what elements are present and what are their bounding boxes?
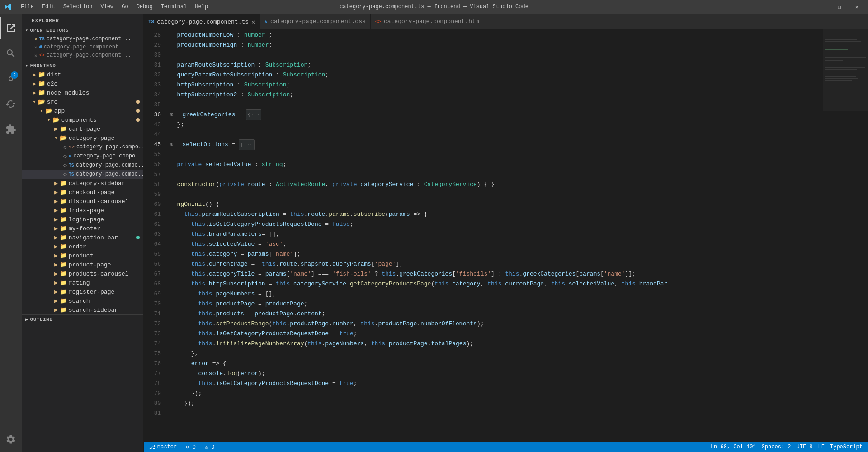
cat-sidebar-chevron: ▶ (54, 180, 58, 187)
folder-cat-sidebar-label: category-sidebar (69, 180, 125, 187)
menu-go[interactable]: Go (118, 3, 132, 11)
status-errors[interactable]: ⊗ 0 (184, 444, 198, 451)
open-editors-chevron: ▾ (25, 28, 28, 33)
sidebar: EXPLORER ▾ OPEN EDITORS ✕ TS category-pa… (22, 14, 144, 452)
encoding-label: UTF-8 (797, 444, 813, 450)
status-language[interactable]: TypeScript (828, 444, 864, 450)
activity-extensions[interactable] (0, 119, 22, 140)
folder-rating[interactable]: ▶ 📁 rating (22, 278, 143, 287)
frontend-header[interactable]: ▾ FRONTEND (22, 61, 143, 70)
folder-cart-page[interactable]: ▶ 📁 cart-page (22, 124, 143, 133)
status-warnings[interactable]: ⚠ 0 (203, 444, 217, 451)
folder-login-label: login-page (69, 216, 104, 223)
open-editor-html[interactable]: ✕ <> category-page.component... (22, 51, 143, 59)
maximize-button[interactable]: ❐ (833, 3, 846, 11)
activity-source-control[interactable]: 2 (0, 68, 22, 90)
activity-debug[interactable] (0, 93, 22, 115)
menu-view[interactable]: View (97, 3, 117, 11)
folder-login-page[interactable]: ▶ 📁 login-page (22, 215, 143, 224)
code-content[interactable]: productNumberLow : number ; productNumbe… (166, 29, 823, 442)
folder-order[interactable]: ▶ 📁 order (22, 242, 143, 251)
menu-debug[interactable]: Debug (133, 3, 156, 11)
folder-checkout-page[interactable]: ▶ 📁 checkout-page (22, 188, 143, 197)
menu-terminal[interactable]: Terminal (157, 3, 191, 11)
status-spaces[interactable]: Spaces: 2 (760, 444, 793, 450)
editor-content: 2829303132 3334353643 4445555657 5859606… (144, 29, 868, 442)
close-button[interactable]: ✕ (850, 3, 863, 11)
folder-e2e-icon: 📁 (38, 80, 45, 87)
window-controls: — ❐ ✕ (816, 3, 863, 11)
folder-register-page[interactable]: ▶ 📁 register-page (22, 287, 143, 296)
file-cat-comp-html[interactable]: ◇ <> category-page.compo... (22, 143, 143, 152)
outline-section: ▶ OUTLINE (22, 314, 143, 324)
folder-dist-label: dist (47, 71, 61, 78)
rating-chevron: ▶ (54, 279, 58, 286)
folder-e2e[interactable]: ▶ 📁 e2e (22, 79, 143, 88)
file-cat-comp-ts1[interactable]: ◇ TS category-page.compo... (22, 161, 143, 170)
folder-icon: 📁 (38, 71, 45, 78)
outline-label: OUTLINE (30, 317, 53, 322)
folder-app[interactable]: ▾ 📂 app (22, 106, 143, 115)
folder-search[interactable]: ▶ 📁 search (22, 296, 143, 305)
order-icon: 📁 (60, 243, 67, 250)
register-icon: 📁 (60, 288, 67, 295)
checkout-chevron: ▶ (54, 189, 58, 196)
folder-product-page[interactable]: ▶ 📁 product-page (22, 260, 143, 269)
folder-index-page[interactable]: ▶ 📁 index-page (22, 206, 143, 215)
folder-app-icon: 📂 (45, 107, 52, 114)
folder-src[interactable]: ▾ 📂 src (22, 97, 143, 106)
open-editors-header[interactable]: ▾ OPEN EDITORS (22, 26, 143, 35)
open-editor-ts[interactable]: ✕ TS category-page.component... (22, 35, 143, 43)
menu-selection[interactable]: Selection (60, 3, 96, 11)
folder-category-page[interactable]: ▾ 📂 category-page (22, 133, 143, 143)
tab-css[interactable]: # category-page.component.css (260, 14, 370, 29)
file-cat-comp-css[interactable]: ◇ # category-page.compo... (22, 152, 143, 161)
fold-45[interactable]: [··· (239, 139, 254, 150)
status-position[interactable]: Ln 68, Col 101 (709, 444, 758, 450)
menu-edit[interactable]: Edit (38, 3, 59, 11)
file-cat-comp-ts2[interactable]: ◇ TS category-page.compo... (22, 170, 143, 179)
status-encoding[interactable]: UTF-8 (795, 444, 815, 450)
folder-products-carousel[interactable]: ▶ 📁 products-carousel (22, 269, 143, 278)
folder-components[interactable]: ▾ 📂 components (22, 115, 143, 124)
folder-cat-chevron: ▾ (54, 134, 58, 142)
folder-my-footer[interactable]: ▶ 📁 my-footer (22, 224, 143, 233)
folder-navigation-bar[interactable]: ▶ 📁 navigation-bar (22, 233, 143, 242)
explorer-icon (6, 23, 17, 33)
ts1-file-chevron: ◇ (63, 162, 67, 169)
code-line-78: this.isGetCategoryProductsRequestDone = … (166, 379, 823, 389)
menu-file[interactable]: File (17, 3, 38, 11)
folder-cat-sidebar[interactable]: ▶ 📁 category-sidebar (22, 179, 143, 188)
folder-discount-carousel[interactable]: ▶ 📁 discount-carousel (22, 197, 143, 206)
html-file-chevron: ◇ (63, 143, 67, 151)
activity-search[interactable] (0, 43, 22, 64)
folder-node-modules[interactable]: ▶ 📁 node_modules (22, 88, 143, 97)
minimize-button[interactable]: — (816, 3, 829, 11)
tab-html[interactable]: <> category-page.component.html (371, 14, 488, 29)
code-line-68: this.httpSubscription = this.categorySer… (166, 279, 823, 289)
index-chevron: ▶ (54, 207, 58, 214)
tab-ts-close[interactable]: ✕ (251, 18, 255, 26)
folder-product[interactable]: ▶ 📁 product (22, 251, 143, 260)
activity-settings[interactable] (0, 430, 22, 452)
title-bar-left: File Edit Selection View Go Debug Termin… (5, 3, 212, 11)
product-page-chevron: ▶ (54, 261, 58, 268)
open-editor-css[interactable]: ✕ # category-page.component... (22, 43, 143, 51)
footer-chevron: ▶ (54, 225, 58, 232)
folder-search-sidebar[interactable]: ▶ 📁 search-sidebar (22, 305, 143, 314)
outline-header[interactable]: ▶ OUTLINE (22, 315, 143, 324)
title-bar: File Edit Selection View Go Debug Termin… (0, 0, 868, 14)
folder-dist[interactable]: ▶ 📁 dist (22, 70, 143, 79)
menu-bar: File Edit Selection View Go Debug Termin… (17, 3, 212, 11)
code-editor[interactable]: 2829303132 3334353643 4445555657 5859606… (144, 29, 868, 442)
activity-explorer[interactable] (0, 17, 22, 39)
folder-product-page-label: product-page (69, 262, 111, 268)
vscode-logo-icon (5, 3, 12, 10)
window-title: category-page.component.ts — frontend — … (340, 4, 528, 10)
status-line-ending[interactable]: LF (816, 444, 826, 450)
status-branch[interactable]: ⎇ master (147, 444, 179, 451)
tab-ts[interactable]: TS category-page.component.ts ✕ (144, 14, 260, 29)
menu-help[interactable]: Help (191, 3, 212, 11)
main-layout: 2 EXPLORER ▾ OPEN EDITORS ✕ (0, 14, 868, 452)
fold-36[interactable]: {··· (246, 109, 261, 120)
